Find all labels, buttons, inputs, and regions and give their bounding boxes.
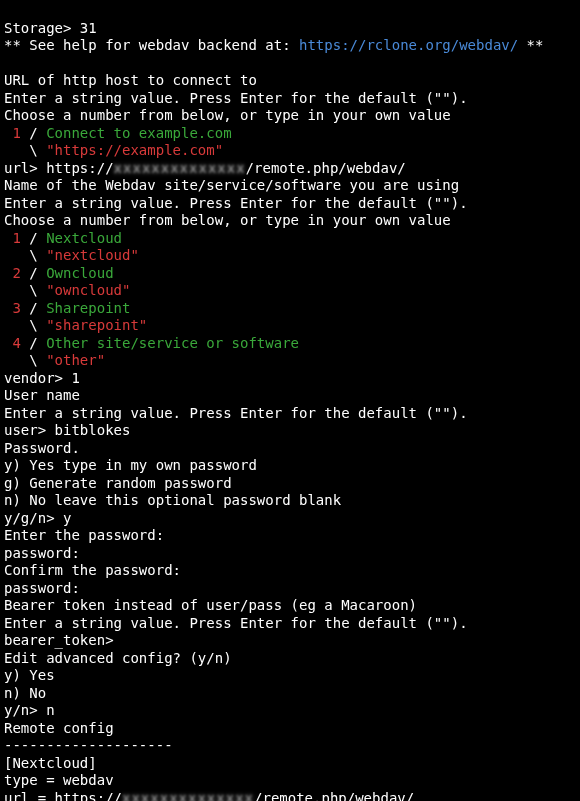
vendor-value: 1 <box>71 370 79 386</box>
config-type: type = webdav <box>4 772 114 788</box>
bearer-prompt: bearer_token> <box>4 632 114 648</box>
vendor-3-num: 3 <box>4 300 21 316</box>
vendor-3-value: "sharepoint" <box>46 317 147 333</box>
pass-entry-3: password: <box>4 580 80 596</box>
vendor-2-label: Owncloud <box>46 265 113 281</box>
vendor-1-value: "nextcloud" <box>46 247 139 263</box>
vendor-1-num: 1 <box>4 230 21 246</box>
adv-value: n <box>46 702 54 718</box>
pass-entry-2: Confirm the password: <box>4 562 181 578</box>
adv-intro-2: n) No <box>4 685 46 701</box>
url-intro-1: Enter a string value. Press Enter for th… <box>4 90 468 106</box>
vendor-4-label: Other site/service or software <box>46 335 299 351</box>
vendor-intro-2: Choose a number from below, or type in y… <box>4 212 451 228</box>
url-choice-sep: / <box>21 125 46 141</box>
config-url-redacted: xxxxxxxxxxxxxx <box>122 790 254 802</box>
vendor-3-sep: / <box>21 300 46 316</box>
vendor-4-indent: \ <box>4 352 46 368</box>
vendor-1-indent: \ <box>4 247 46 263</box>
pass-prompt: y/g/n> <box>4 510 63 526</box>
url-choice-value: "https://example.com" <box>46 142 223 158</box>
vendor-prompt: vendor> <box>4 370 71 386</box>
user-prompt: user> <box>4 422 55 438</box>
bearer-intro-0: Bearer token instead of user/pass (eg a … <box>4 597 417 613</box>
bearer-intro-1: Enter a string value. Press Enter for th… <box>4 615 468 631</box>
pass-value: y <box>63 510 71 526</box>
config-url-prefix: url = https:// <box>4 790 122 802</box>
user-value: bitblokes <box>55 422 131 438</box>
user-intro-0: User name <box>4 387 80 403</box>
url-intro-2: Choose a number from below, or type in y… <box>4 107 451 123</box>
pass-entry-0: Enter the password: <box>4 527 164 543</box>
pass-intro-3: n) No leave this optional password blank <box>4 492 341 508</box>
remote-header: Remote config <box>4 720 114 736</box>
storage-prompt: Storage> <box>4 20 80 36</box>
adv-intro-0: Edit advanced config? (y/n) <box>4 650 232 666</box>
adv-intro-1: y) Yes <box>4 667 55 683</box>
vendor-2-value: "owncloud" <box>46 282 130 298</box>
adv-prompt: y/n> <box>4 702 46 718</box>
help-suffix: ** <box>518 37 543 53</box>
storage-value: 31 <box>80 20 97 36</box>
vendor-2-sep: / <box>21 265 46 281</box>
vendor-intro-1: Enter a string value. Press Enter for th… <box>4 195 468 211</box>
terminal-output: Storage> 31 ** See help for webdav backe… <box>0 0 580 801</box>
pass-intro-0: Password. <box>4 440 80 456</box>
vendor-intro-0: Name of the Webdav site/service/software… <box>4 177 459 193</box>
pass-entry-1: password: <box>4 545 80 561</box>
dashes: -------------------- <box>4 737 173 753</box>
vendor-2-num: 2 <box>4 265 21 281</box>
url-value-suffix: /remote.php/webdav/ <box>246 160 406 176</box>
user-intro-1: Enter a string value. Press Enter for th… <box>4 405 468 421</box>
url-choice-indent: \ <box>4 142 46 158</box>
url-choice-num: 1 <box>4 125 21 141</box>
url-prompt: url> <box>4 160 46 176</box>
vendor-3-indent: \ <box>4 317 46 333</box>
vendor-2-indent: \ <box>4 282 46 298</box>
vendor-4-value: "other" <box>46 352 105 368</box>
vendor-3-label: Sharepoint <box>46 300 130 316</box>
vendor-1-label: Nextcloud <box>46 230 122 246</box>
pass-intro-1: y) Yes type in my own password <box>4 457 257 473</box>
config-section: [Nextcloud] <box>4 755 97 771</box>
url-redacted: xxxxxxxxxxxxxx <box>114 160 246 178</box>
url-choice-label: Connect to example.com <box>46 125 231 141</box>
vendor-1-sep: / <box>21 230 46 246</box>
help-link[interactable]: https://rclone.org/webdav/ <box>299 37 518 53</box>
vendor-4-num: 4 <box>4 335 21 351</box>
help-prefix: ** See help for webdav backend at: <box>4 37 299 53</box>
vendor-4-sep: / <box>21 335 46 351</box>
config-url-suffix: /remote.php/webdav/ <box>254 790 414 802</box>
url-intro-0: URL of http host to connect to <box>4 72 257 88</box>
url-value-prefix: https:// <box>46 160 113 176</box>
pass-intro-2: g) Generate random password <box>4 475 232 491</box>
